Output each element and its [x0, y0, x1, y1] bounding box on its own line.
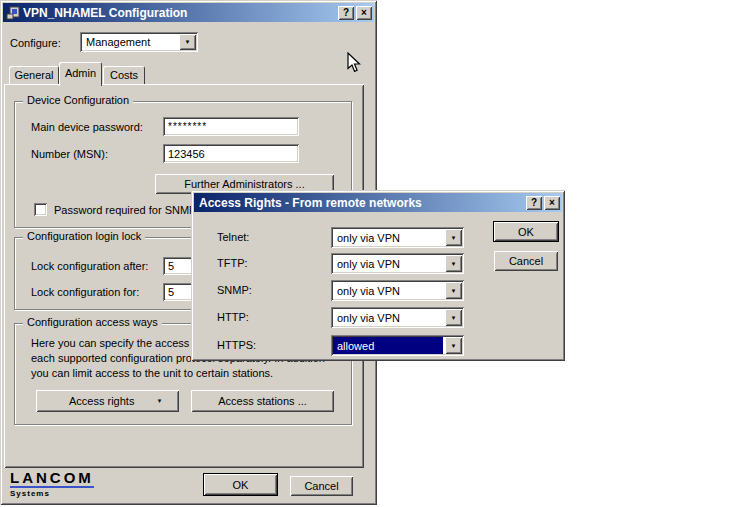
snmp-password-checkbox[interactable] [34, 203, 47, 216]
configuration-access-ways-group-title: Configuration access ways [23, 316, 162, 328]
tftp-select-value: only via VPN [333, 255, 443, 272]
configure-label: Configure: [10, 37, 61, 49]
main-dialog-title: VPN_NHAMEL Configuration [20, 6, 187, 20]
chevron-down-icon[interactable]: ▼ [445, 337, 462, 354]
ok-button-label: OK [518, 226, 534, 238]
configure-select-value: Management [82, 34, 177, 50]
https-select[interactable]: allowed ▼ [331, 335, 464, 356]
chevron-down-icon[interactable]: ▼ [445, 309, 462, 326]
chevron-down-icon[interactable]: ▼ [179, 34, 196, 50]
ok-button[interactable]: OK [203, 473, 278, 496]
ok-button-label: OK [233, 479, 249, 491]
lancom-logo-sub: Systems [10, 489, 94, 498]
mouse-cursor [347, 52, 362, 76]
close-icon[interactable]: × [544, 196, 560, 210]
close-icon[interactable]: × [356, 6, 372, 20]
main-device-password-label: Main device password: [31, 121, 143, 133]
http-label: HTTP: [217, 311, 249, 323]
cancel-button-label: Cancel [509, 255, 543, 267]
snmp-select[interactable]: only via VPN ▼ [331, 280, 464, 301]
chevron-down-icon[interactable]: ▼ [445, 282, 462, 299]
https-label: HTTPS: [217, 339, 256, 351]
cancel-button-label: Cancel [304, 480, 338, 492]
tab-admin[interactable]: Admin [59, 62, 102, 86]
help-button[interactable]: ? [526, 196, 542, 210]
tab-costs[interactable]: Costs [103, 66, 145, 85]
access-rights-button-label: Access rights [69, 395, 134, 407]
access-stations-button-label: Access stations ... [218, 395, 307, 407]
telnet-select-value: only via VPN [333, 229, 443, 246]
access-rights-button[interactable]: Access rights ▼ [36, 390, 179, 412]
access-rights-dialog-window: Access Rights - From remote networks ? ×… [191, 190, 565, 361]
https-select-value: allowed [333, 337, 443, 354]
tab-general[interactable]: General [9, 66, 59, 85]
help-button[interactable]: ? [338, 6, 354, 20]
configuration-login-lock-group-title: Configuration login lock [23, 230, 145, 242]
cancel-button[interactable]: Cancel [494, 251, 558, 271]
access-description-line3: you can limit access to the unit to cert… [31, 367, 273, 379]
further-administrators-button-label: Further Administrators ... [184, 178, 304, 190]
access-description-line1: Here you can specify the access [31, 337, 189, 349]
device-configuration-group-title: Device Configuration [23, 94, 133, 106]
lock-for-label: Lock configuration for: [31, 286, 139, 298]
access-rights-titlebar: Access Rights - From remote networks ? × [194, 193, 562, 212]
tftp-select[interactable]: only via VPN ▼ [331, 253, 464, 274]
telnet-label: Telnet: [217, 231, 249, 243]
main-device-password-input[interactable] [163, 117, 299, 136]
snmp-password-checkbox-label: Password required for SNMP [54, 204, 196, 216]
cancel-button[interactable]: Cancel [290, 476, 353, 496]
configure-select[interactable]: Management ▼ [80, 32, 198, 52]
main-titlebar: VPN_NHAMEL Configuration ? × [3, 3, 374, 22]
tftp-label: TFTP: [217, 257, 248, 269]
ok-button[interactable]: OK [493, 221, 559, 242]
snmp-select-value: only via VPN [333, 282, 443, 299]
app-icon [6, 6, 20, 20]
msn-label: Number (MSN): [31, 148, 108, 160]
access-rights-dialog-title: Access Rights - From remote networks [196, 196, 422, 210]
lock-after-label: Lock configuration after: [31, 260, 148, 272]
msn-input[interactable] [163, 144, 299, 163]
telnet-select[interactable]: only via VPN ▼ [331, 227, 464, 248]
chevron-down-icon[interactable]: ▼ [445, 229, 462, 246]
lancom-logo: LANCOM Systems [10, 470, 94, 498]
chevron-down-icon: ▼ [156, 398, 162, 404]
snmp-label: SNMP: [217, 284, 252, 296]
http-select-value: only via VPN [333, 309, 443, 326]
desktop: VPN_NHAMEL Configuration ? × Configure: … [0, 0, 756, 507]
lancom-logo-brand: LANCOM [10, 470, 94, 488]
chevron-down-icon[interactable]: ▼ [445, 255, 462, 272]
access-stations-button[interactable]: Access stations ... [191, 390, 334, 412]
http-select[interactable]: only via VPN ▼ [331, 307, 464, 328]
